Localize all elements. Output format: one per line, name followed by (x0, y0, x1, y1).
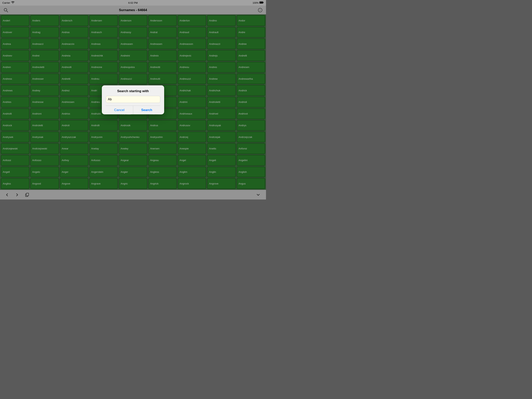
modal-dialog: Search starting with Cancel Search (102, 85, 164, 114)
modal-overlay: Search starting with Cancel Search (0, 0, 266, 200)
modal-buttons: Cancel Search (106, 106, 160, 114)
search-input[interactable] (106, 96, 160, 103)
search-button[interactable]: Search (133, 106, 160, 114)
cancel-button[interactable]: Cancel (106, 106, 133, 114)
modal-title: Search starting with (106, 89, 160, 93)
